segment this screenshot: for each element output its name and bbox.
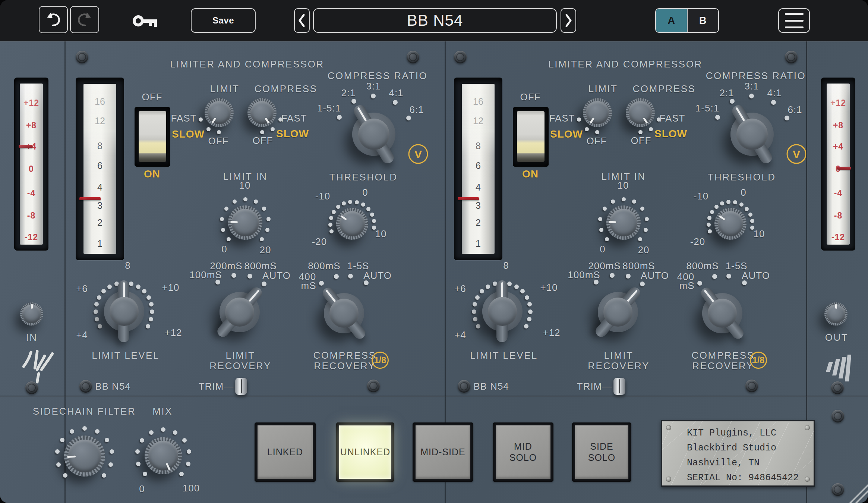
vu-scale-label: -4 [827, 188, 850, 198]
ab-a-button[interactable]: A [656, 9, 687, 32]
mid-solo-button-bezel: MID SOLO [493, 422, 553, 482]
limit-recovery-title: LIMIT [604, 350, 634, 361]
trim-slider[interactable] [235, 378, 247, 395]
compress-off-label: OFF [253, 135, 273, 147]
redo-icon [76, 12, 93, 28]
switch-rocker[interactable] [517, 111, 545, 162]
vu-scale-label: +4 [827, 141, 850, 151]
limit-level-title: LIMIT LEVEL [470, 350, 538, 361]
channel-right: LIMITER AND COMPRESSOR 16 12 8 6 4 3 2 1… [444, 43, 824, 396]
compress-ratio-title: COMPRESS RATIO [706, 70, 806, 82]
channel-left: LIMITER AND COMPRESSOR 16 12 8 6 4 3 2 1… [65, 43, 445, 396]
knob-face[interactable] [110, 297, 139, 326]
limit-recovery-tick: 200mS [210, 260, 242, 272]
linked-button[interactable]: LINKED [258, 425, 313, 479]
ab-b-button[interactable]: B [687, 9, 719, 32]
knob-face[interactable] [329, 299, 359, 328]
gr-scale-label: 4 [83, 182, 116, 192]
limit-slow-label: SLOW [172, 128, 205, 140]
license-key-button[interactable] [131, 12, 161, 29]
vu-scale-label: +12 [827, 98, 850, 108]
preset-prev-button[interactable] [294, 8, 310, 33]
knob-face[interactable] [603, 298, 632, 327]
save-button[interactable]: Save [191, 8, 256, 33]
knob-pointer [199, 92, 239, 133]
knob-face[interactable] [225, 298, 254, 327]
menu-button[interactable] [778, 8, 810, 33]
limit-recovery-tick: 200mS [588, 260, 621, 272]
limit-in-knob[interactable] [596, 195, 651, 251]
screw-icon [454, 51, 467, 63]
panel-seam [0, 396, 868, 397]
one-eighth-badge: 1/8 [372, 352, 389, 369]
compress-off-label: OFF [631, 135, 651, 147]
screw-icon [367, 380, 380, 392]
mix-knob[interactable] [133, 426, 193, 485]
plate-line: KIT Plugins, LLC [687, 426, 814, 441]
gr-scale-label: 8 [462, 141, 495, 151]
compress-recovery-knob[interactable] [681, 272, 763, 354]
limit-recovery-title: RECOVERY [209, 360, 271, 372]
limit-level-tick: +4 [454, 329, 466, 341]
vu-scale-label: +8 [827, 120, 850, 131]
limit-in-knob[interactable] [217, 195, 273, 251]
sidechain-filter-knob[interactable] [53, 424, 116, 488]
limit-off-label: OFF [587, 135, 607, 147]
plate-screw-icon [805, 477, 810, 482]
gr-scale-label: 4 [462, 182, 495, 192]
gr-scale-label: 16 [462, 96, 495, 107]
mid-side-button[interactable]: MID-SIDE [416, 425, 470, 479]
threshold-knob[interactable] [704, 198, 757, 250]
power-switch[interactable] [135, 107, 170, 167]
compress-ratio-knob[interactable] [333, 93, 415, 175]
undo-button[interactable] [39, 6, 68, 33]
threshold-tick: 0 [362, 187, 368, 198]
input-gain-knob[interactable] [17, 299, 47, 329]
switch-rocker[interactable] [139, 111, 167, 162]
gr-scale-label: 6 [462, 160, 495, 171]
gr-scale-label: 3 [83, 200, 116, 211]
hamburger-icon [785, 13, 804, 15]
chevron-left-icon [297, 13, 306, 28]
output-gain-knob[interactable] [821, 299, 851, 329]
mix-title: MIX [152, 406, 173, 417]
threshold-knob[interactable] [326, 198, 378, 250]
gr-scale-label: 12 [462, 116, 495, 126]
unlinked-button[interactable]: UNLINKED [339, 425, 391, 479]
compress-ratio-knob[interactable] [711, 93, 793, 175]
redo-button[interactable] [70, 6, 99, 33]
vu-scale-label: -12 [827, 232, 850, 242]
knob-face[interactable] [358, 119, 389, 150]
threshold-title: THRESHOLD [708, 172, 776, 183]
screw-icon [407, 51, 419, 63]
gr-needle [458, 197, 479, 200]
compress-recovery-knob[interactable] [303, 272, 385, 354]
limit-recovery-knob[interactable] [199, 271, 281, 353]
gr-needle [79, 197, 101, 200]
side-solo-button-bezel: SIDE SOLO [572, 422, 631, 482]
vu-meter-left: +12 +8 +4 0 -4 -8 -12 [14, 78, 48, 251]
preset-name-field[interactable]: BB N54 [313, 8, 557, 33]
limit-level-knob[interactable] [91, 279, 157, 344]
side-solo-button[interactable]: SIDE SOLO [575, 425, 628, 479]
plate-line: Nashville, TN [687, 456, 814, 471]
power-switch[interactable] [513, 107, 549, 167]
threshold-title: THRESHOLD [329, 172, 398, 183]
ab-compare-toggle: A B [655, 8, 719, 33]
vu-scale-label: 0 [20, 164, 43, 174]
key-icon [132, 12, 160, 29]
knob-face[interactable] [488, 297, 517, 326]
knob-face[interactable] [708, 299, 737, 328]
trim-label: TRIM— [199, 381, 234, 392]
trim-slider[interactable] [613, 378, 625, 395]
limit-level-knob[interactable] [470, 279, 535, 344]
gr-scale-label: 2 [462, 217, 495, 228]
knob-pointer [606, 205, 641, 240]
threshold-tick: 0 [741, 187, 746, 198]
preset-next-button[interactable] [561, 8, 576, 33]
knob-face[interactable] [736, 119, 768, 150]
limit-recovery-knob[interactable] [577, 271, 659, 353]
plate-line: SERIAL No: 948645422 [687, 471, 814, 485]
corner-scratch [844, 479, 868, 503]
mid-solo-button[interactable]: MID SOLO [496, 425, 550, 479]
